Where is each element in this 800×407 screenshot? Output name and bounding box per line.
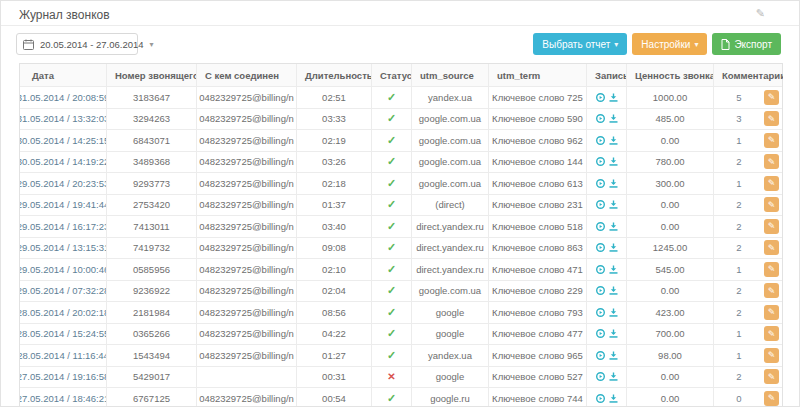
column-header: Запись <box>587 64 627 86</box>
edit-comment-button[interactable]: ✎ <box>764 283 779 298</box>
download-icon[interactable] <box>609 394 618 403</box>
edit-comment-button[interactable]: ✎ <box>764 348 779 363</box>
column-header: utm_term <box>489 64 587 86</box>
play-circle-icon[interactable] <box>596 372 605 381</box>
cell-status: ✓ <box>372 109 412 130</box>
cell-utm-term: Ключевое слово 793 <box>489 302 587 323</box>
download-icon[interactable] <box>609 157 618 166</box>
play-circle-icon[interactable] <box>596 157 605 166</box>
cell-date[interactable]: 29.05.2014 / 20:23:53 <box>20 173 107 194</box>
play-circle-icon[interactable] <box>596 265 605 274</box>
edit-comment-button[interactable]: ✎ <box>764 197 779 212</box>
play-circle-icon[interactable] <box>596 222 605 231</box>
check-icon: ✓ <box>387 177 396 190</box>
cell-date[interactable]: 30.05.2014 / 14:19:22 <box>20 152 107 173</box>
cell-date[interactable]: 27.05.2014 / 19:16:58 <box>20 367 107 388</box>
play-circle-icon[interactable] <box>596 308 605 317</box>
calendar-icon <box>23 39 34 50</box>
download-icon[interactable] <box>609 372 618 381</box>
column-header: utm_source <box>412 64 489 86</box>
play-circle-icon[interactable] <box>596 114 605 123</box>
edit-comment-button[interactable]: ✎ <box>764 90 779 105</box>
edit-comment-button[interactable]: ✎ <box>764 305 779 320</box>
play-circle-icon[interactable] <box>596 286 605 295</box>
export-button[interactable]: Экспорт <box>712 33 781 55</box>
play-circle-icon[interactable] <box>596 351 605 360</box>
download-icon[interactable] <box>609 93 618 102</box>
cell-connected-to: 0482329725@billing/n <box>197 109 297 130</box>
play-circle-icon[interactable] <box>596 179 605 188</box>
download-icon[interactable] <box>609 136 618 145</box>
cell-call-value: 1245.00 <box>627 238 714 259</box>
download-icon[interactable] <box>609 286 618 295</box>
cell-date[interactable]: 31.05.2014 / 20:08:59 <box>20 87 107 108</box>
play-circle-icon[interactable] <box>596 243 605 252</box>
download-icon[interactable] <box>609 329 618 338</box>
select-report-button[interactable]: Выбрать отчет ▾ <box>533 33 627 55</box>
cell-date[interactable]: 31.05.2014 / 13:32:03 <box>20 109 107 130</box>
cell-utm-source: yandex.ua <box>412 87 489 108</box>
comment-count: 2 <box>714 285 764 296</box>
cell-utm-source: (direct) <box>412 195 489 216</box>
cell-comments: 2✎ <box>714 281 783 302</box>
cell-connected-to: 0482329725@billing/n <box>197 216 297 237</box>
download-icon[interactable] <box>609 265 618 274</box>
edit-comment-button[interactable]: ✎ <box>764 326 779 341</box>
download-icon[interactable] <box>609 351 618 360</box>
cell-date[interactable]: 27.05.2014 / 18:46:21 <box>20 388 107 407</box>
cell-connected-to <box>197 367 297 388</box>
cell-date[interactable]: 29.05.2014 / 13:15:31 <box>20 238 107 259</box>
call-table-header: ДатаНомер звонящегоС кем соединенДлитель… <box>20 64 782 87</box>
edit-comment-button[interactable]: ✎ <box>764 262 779 277</box>
comment-count: 2 <box>714 156 764 167</box>
edit-comment-button[interactable]: ✎ <box>764 154 779 169</box>
play-circle-icon[interactable] <box>596 200 605 209</box>
cell-utm-term: Ключевое слово 613 <box>489 173 587 194</box>
cell-duration: 09:08 <box>297 238 372 259</box>
download-icon[interactable] <box>609 243 618 252</box>
download-icon[interactable] <box>609 200 618 209</box>
settings-label: Настройки <box>641 39 690 50</box>
cell-date[interactable]: 29.05.2014 / 07:32:28 <box>20 281 107 302</box>
pencil-icon[interactable]: ✎ <box>756 7 765 20</box>
column-header: Комментарии <box>714 64 783 86</box>
cell-date[interactable]: 28.05.2014 / 11:16:44 <box>20 345 107 366</box>
download-icon[interactable] <box>609 114 618 123</box>
check-icon: ✓ <box>387 263 396 276</box>
table-row: 29.05.2014 / 10:00:4605859560482329725@b… <box>20 259 782 281</box>
edit-comment-button[interactable]: ✎ <box>764 219 779 234</box>
cell-date[interactable]: 30.05.2014 / 14:25:15 <box>20 130 107 151</box>
cell-utm-term: Ключевое слово 725 <box>489 87 587 108</box>
play-circle-icon[interactable] <box>596 93 605 102</box>
edit-comment-button[interactable]: ✎ <box>764 133 779 148</box>
pencil-icon: ✎ <box>768 307 776 317</box>
download-icon[interactable] <box>609 179 618 188</box>
table-row: 29.05.2014 / 19:41:4427534200482329725@b… <box>20 195 782 217</box>
cell-date[interactable]: 29.05.2014 / 10:00:46 <box>20 259 107 280</box>
pencil-icon: ✎ <box>768 221 776 231</box>
edit-comment-button[interactable]: ✎ <box>764 240 779 255</box>
comment-count: 3 <box>714 113 764 124</box>
date-range-picker[interactable]: 20.05.2014 - 27.06.2014 ▾ <box>16 33 138 55</box>
cell-date[interactable]: 29.05.2014 / 19:41:44 <box>20 195 107 216</box>
edit-comment-button[interactable]: ✎ <box>764 176 779 191</box>
edit-comment-button[interactable]: ✎ <box>764 111 779 126</box>
play-circle-icon[interactable] <box>596 136 605 145</box>
play-circle-icon[interactable] <box>596 329 605 338</box>
edit-comment-button[interactable]: ✎ <box>764 391 779 406</box>
cell-caller-number: 9236922 <box>107 281 197 302</box>
play-circle-icon[interactable] <box>596 394 605 403</box>
check-icon: ✓ <box>387 220 396 233</box>
cell-caller-number: 0585956 <box>107 259 197 280</box>
cell-duration: 03:40 <box>297 216 372 237</box>
settings-button[interactable]: Настройки ▾ <box>632 33 707 55</box>
cell-duration: 02:19 <box>297 130 372 151</box>
cell-date[interactable]: 28.05.2014 / 20:02:18 <box>20 302 107 323</box>
cell-utm-term: Ключевое слово 744 <box>489 388 587 407</box>
cell-date[interactable]: 29.05.2014 / 16:17:23 <box>20 216 107 237</box>
cell-date[interactable]: 28.05.2014 / 15:24:55 <box>20 324 107 345</box>
cell-comments: 1✎ <box>714 130 783 151</box>
edit-comment-button[interactable]: ✎ <box>764 369 779 384</box>
download-icon[interactable] <box>609 222 618 231</box>
download-icon[interactable] <box>609 308 618 317</box>
